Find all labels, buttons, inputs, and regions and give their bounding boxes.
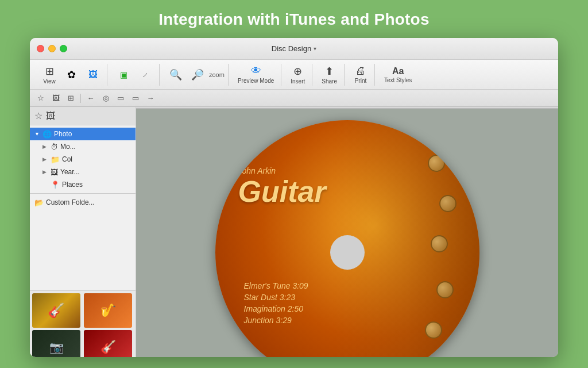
custom-folder-icon: 📂	[34, 198, 44, 207]
view-label: View	[43, 78, 56, 85]
format-arrow-right-button[interactable]: →	[144, 92, 157, 105]
sidebar-places-label: Places	[62, 181, 136, 189]
insert-label: Insert	[291, 78, 305, 85]
view-button[interactable]: ⊞ View	[39, 63, 60, 86]
print-button[interactable]: 🖨 Print	[350, 63, 371, 86]
canvas-content[interactable]: John Arkin Guitar Elmer's Tune 3:09 Star…	[136, 109, 558, 357]
canvas-area: 50 100 150 200 250 300	[136, 107, 558, 357]
zoom-label: zoom	[209, 71, 225, 78]
sidebar-photos-label: Photo	[54, 130, 136, 138]
preview-label: Preview Mode	[238, 78, 274, 84]
format-rect1-button[interactable]: ▭	[114, 92, 127, 105]
shape-button[interactable]: ▣	[113, 68, 134, 81]
format-circle-button[interactable]: ◎	[99, 92, 112, 105]
toolbar-group-shapes: ▣ ⟋	[110, 64, 160, 86]
thumbnail-strip: 🎸 🎷 📷 🎸 🎻 🎺 🎵 🎷	[30, 291, 136, 357]
zoom-in-icon: 🔍	[169, 68, 182, 81]
disc-wrapper: John Arkin Guitar Elmer's Tune 3:09 Star…	[215, 120, 479, 357]
insert-icon: ⊕	[293, 65, 302, 78]
format-separator	[80, 94, 81, 103]
sidebar-top: ☆ 🖼 ▼ 🌐 Photo ▶ ⏱ Mo...	[30, 107, 136, 291]
line-button[interactable]: ⟋	[135, 68, 156, 81]
sidebar-star-icon[interactable]: ☆	[34, 110, 42, 121]
format-arrow-left-button[interactable]: ←	[84, 92, 97, 105]
preview-mode-button[interactable]: 👁 Preview Mode	[234, 63, 277, 86]
window-title: Disc Design ▾	[272, 44, 316, 53]
image-insert-button[interactable]: 🖼	[83, 68, 103, 82]
toolbar-group-print: 🖨 Print	[347, 64, 375, 86]
toolbar-group-text: Aa Text Styles	[377, 64, 419, 86]
sidebar-item-custom-folder[interactable]: 📂 Custom Folde...	[30, 196, 136, 209]
sidebar-item-collections[interactable]: ▶ 📁 Col	[30, 153, 136, 166]
sidebar-moments-label: Mo...	[60, 143, 136, 151]
format-star-button[interactable]: ☆	[34, 92, 47, 105]
share-button[interactable]: ⬆ Share	[318, 63, 341, 86]
print-icon: 🖨	[355, 65, 366, 77]
toolbar: ⊞ View ✿ 🖼 ▣ ⟋ 🔍 🔎	[30, 60, 558, 90]
disc-track-2: Star Dust 3:23	[244, 293, 365, 302]
sidebar-item-photos[interactable]: ▼ 🌐 Photo	[30, 128, 136, 140]
sidebar-years-label: Year...	[60, 168, 136, 176]
sidebar-divider	[30, 193, 136, 194]
sidebar-item-places[interactable]: 📍 Places	[30, 178, 136, 191]
image-icon: 🖼	[88, 70, 98, 80]
sidebar-item-years[interactable]: ▶ 🖼 Year...	[30, 166, 136, 178]
title-chevron-icon: ▾	[314, 45, 316, 52]
line-icon: ⟋	[141, 70, 149, 79]
insert-button[interactable]: ⊕ Insert	[287, 63, 308, 86]
shape-icon: ▣	[120, 70, 127, 79]
thumbnail-1[interactable]: 🎸	[32, 293, 80, 328]
moments-arrow-icon: ▶	[42, 144, 48, 150]
sidebar-toolbar: ☆ 🖼	[30, 107, 136, 125]
disc-track-3: Imagination 2:50	[244, 304, 365, 313]
media-button[interactable]: ✿	[61, 67, 82, 83]
toolbar-group-zoom: 🔍 🔎 zoom	[162, 64, 229, 86]
sidebar-item-moments[interactable]: ▶ ⏱ Mo...	[30, 140, 136, 153]
share-label: Share	[322, 78, 337, 85]
sidebar-custom-folder-label: Custom Folde...	[46, 198, 136, 206]
photos-globe-icon: 🌐	[42, 130, 52, 139]
app-window: Disc Design ▾ ⊞ View ✿ 🖼 ▣ ⟋	[30, 38, 558, 357]
sidebar-image-icon[interactable]: 🖼	[46, 111, 55, 121]
zoom-in-button[interactable]: 🔍	[165, 67, 186, 83]
media-icon: ✿	[67, 68, 76, 81]
print-label: Print	[355, 78, 367, 84]
titlebar: Disc Design ▾	[30, 38, 558, 60]
sidebar-tree: ▼ 🌐 Photo ▶ ⏱ Mo... ▶ 📁 Col	[30, 125, 136, 211]
format-image-button[interactable]: 🖼	[49, 92, 62, 105]
disc-title: Guitar	[238, 177, 353, 206]
years-icon: 🖼	[51, 168, 58, 177]
format-bar: ☆ 🖼 ⊞ ← ◎ ▭ ▭ →	[30, 90, 558, 107]
moments-icon: ⏱	[51, 143, 58, 151]
disc-center-hole	[330, 235, 365, 270]
places-pin-icon: 📍	[51, 181, 60, 189]
zoom-out-icon: 🔎	[191, 68, 204, 81]
main-content: ☆ 🖼 ▼ 🌐 Photo ▶ ⏱ Mo...	[30, 107, 558, 357]
fullscreen-button[interactable]	[60, 45, 67, 52]
close-button[interactable]	[37, 45, 44, 52]
minimize-button[interactable]	[48, 45, 56, 52]
toolbar-group-share: ⬆ Share	[315, 64, 345, 86]
share-icon: ⬆	[325, 65, 334, 78]
sidebar-collections-label: Col	[62, 155, 136, 163]
text-styles-icon: Aa	[392, 66, 404, 76]
format-grid-button[interactable]: ⊞	[64, 92, 77, 105]
text-styles-button[interactable]: Aa Text Styles	[381, 64, 415, 85]
disc-track-1: Elmer's Tune 3:09	[244, 281, 365, 290]
text-styles-label: Text Styles	[384, 77, 412, 83]
disc-artist: John Arkin	[238, 166, 353, 175]
collections-arrow-icon: ▶	[42, 156, 48, 162]
disc-track-4: Junction 3:29	[244, 316, 365, 325]
view-icon: ⊞	[45, 65, 54, 78]
thumbnail-3[interactable]: 📷	[32, 330, 80, 357]
disc: John Arkin Guitar Elmer's Tune 3:09 Star…	[215, 120, 479, 357]
thumbnail-4[interactable]: 🎸	[84, 330, 132, 357]
zoom-out-button[interactable]: 🔎	[187, 67, 208, 83]
disc-tracks: Elmer's Tune 3:09 Star Dust 3:23 Imagina…	[244, 281, 365, 327]
toolbar-group-insert: ⊕ Insert	[284, 64, 312, 86]
collections-icon: 📁	[51, 155, 60, 164]
toolbar-group-preview: 👁 Preview Mode	[231, 64, 281, 86]
disc-text-area: John Arkin Guitar	[238, 166, 353, 206]
format-rect2-button[interactable]: ▭	[129, 92, 142, 105]
thumbnail-2[interactable]: 🎷	[84, 293, 132, 328]
